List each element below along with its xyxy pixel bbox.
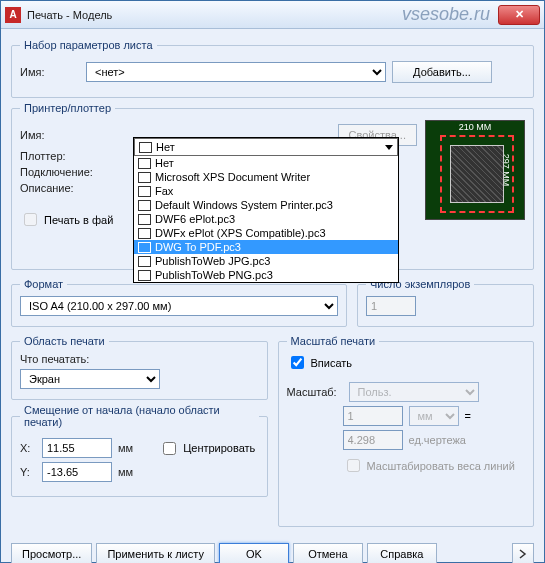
ok-button[interactable]: OK: [219, 543, 289, 563]
preview-button[interactable]: Просмотр...: [11, 543, 92, 563]
list-item[interactable]: PublishToWeb JPG.pc3: [134, 254, 398, 268]
center-checkbox[interactable]: [163, 442, 176, 455]
page-setup-legend: Набор параметров листа: [20, 39, 157, 51]
close-button[interactable]: ✕: [498, 5, 540, 25]
what-to-plot-label: Что печатать:: [20, 353, 259, 365]
list-item[interactable]: DWFx ePlot (XPS Compatible).pc3: [134, 226, 398, 240]
expand-button[interactable]: [512, 543, 534, 563]
copies-input: [366, 296, 416, 316]
preview-width: 210 MM: [457, 122, 494, 132]
titlebar: A Печать - Модель vsesobe.ru ✕: [1, 1, 544, 29]
y-label: Y:: [20, 466, 36, 478]
offset-group: Смещение от начала (начало области печат…: [11, 404, 268, 497]
equals-label: =: [465, 410, 471, 422]
format-legend: Формат: [20, 278, 67, 290]
printer-icon: [138, 172, 151, 183]
format-group: Формат ISO A4 (210.00 x 297.00 мм): [11, 278, 347, 327]
printer-icon: [138, 228, 151, 239]
format-select[interactable]: ISO A4 (210.00 x 297.00 мм): [20, 296, 338, 316]
add-button[interactable]: Добавить...: [392, 61, 492, 83]
window-title: Печать - Модель: [27, 9, 402, 21]
printer-icon: [138, 256, 151, 267]
list-item[interactable]: Microsoft XPS Document Writer: [134, 170, 398, 184]
y-input[interactable]: [42, 462, 112, 482]
fit-checkbox[interactable]: [291, 356, 304, 369]
list-item[interactable]: DWF6 ePlot.pc3: [134, 212, 398, 226]
list-item[interactable]: Default Windows System Printer.pc3: [134, 198, 398, 212]
printer-legend: Принтер/плоттер: [20, 102, 115, 114]
plot-area-group: Область печати Что печатать: Экран: [11, 335, 268, 400]
page-name-select[interactable]: <нет>: [86, 62, 386, 82]
x-input[interactable]: [42, 438, 112, 458]
x-label: X:: [20, 442, 36, 454]
connection-label: Подключение:: [20, 166, 110, 178]
scale-select: Польз.: [349, 382, 479, 402]
scale-bottom-input: [343, 430, 403, 450]
chevron-right-icon: [518, 549, 528, 559]
scale-legend: Масштаб печати: [287, 335, 380, 347]
printer-icon: [139, 142, 152, 153]
scale-lineweights-checkbox: [347, 459, 360, 472]
plot-area-select[interactable]: Экран: [20, 369, 160, 389]
scale-lineweights-label: Масштабировать веса линий: [367, 460, 515, 472]
units-select: мм: [409, 406, 459, 426]
plot-area-legend: Область печати: [20, 335, 109, 347]
list-item[interactable]: DWG To PDF.pc3: [134, 240, 398, 254]
list-item[interactable]: Fax: [134, 184, 398, 198]
cancel-button[interactable]: Отмена: [293, 543, 363, 563]
print-to-file-checkbox: [24, 213, 37, 226]
y-unit: мм: [118, 466, 133, 478]
printer-name-label: Имя:: [20, 129, 99, 141]
app-icon: A: [5, 7, 21, 23]
printer-icon: [138, 242, 151, 253]
center-label: Центрировать: [183, 442, 255, 454]
scale-label: Масштаб:: [287, 386, 343, 398]
printer-icon: [138, 214, 151, 225]
description-label: Описание:: [20, 182, 110, 194]
offset-legend: Смещение от начала (начало области печат…: [20, 404, 259, 428]
copies-group: Число экземпляров: [357, 278, 534, 327]
plotter-label: Плоттер:: [20, 150, 110, 162]
apply-button[interactable]: Применить к листу: [96, 543, 215, 563]
chevron-down-icon: [385, 145, 393, 150]
page-name-label: Имя:: [20, 66, 80, 78]
printer-current: Нет: [156, 141, 175, 153]
x-unit: мм: [118, 442, 133, 454]
printer-icon: [138, 158, 151, 169]
printer-icon: [138, 270, 151, 281]
page-setup-group: Набор параметров листа Имя: <нет> Добави…: [11, 39, 534, 98]
scale-group: Масштаб печати Вписать Масштаб: Польз. м…: [278, 335, 535, 527]
help-button[interactable]: Справка: [367, 543, 437, 563]
fit-label: Вписать: [311, 357, 353, 369]
watermark: vsesobe.ru: [402, 4, 490, 25]
scale-top-input: [343, 406, 403, 426]
drawing-units-label: ед.чертежа: [409, 434, 466, 446]
printer-icon: [138, 200, 151, 211]
list-item[interactable]: PublishToWeb PNG.pc3: [134, 268, 398, 282]
printer-select[interactable]: Нет: [134, 138, 398, 156]
printer-dropdown-list[interactable]: Нет Нет Microsoft XPS Document Writer Fa…: [133, 137, 399, 283]
print-to-file-label: Печать в фай: [44, 214, 113, 226]
printer-icon: [138, 186, 151, 197]
paper-preview: 210 MM 297 MM: [425, 120, 525, 220]
list-item[interactable]: Нет: [134, 156, 398, 170]
